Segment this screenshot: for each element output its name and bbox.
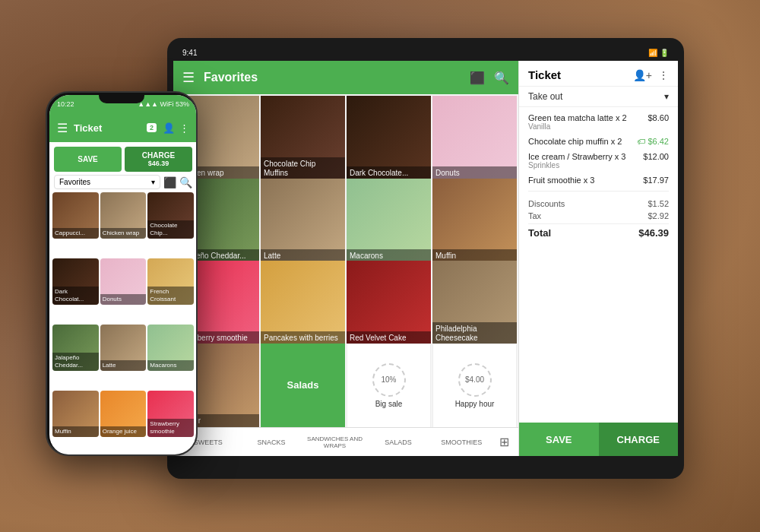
ticket-summary: Discounts $1.52 Tax $2.92 Total $46.39 bbox=[519, 195, 678, 243]
item-price: $17.97 bbox=[643, 176, 669, 185]
tablet-time: 9:41 bbox=[182, 49, 197, 57]
food-item-dark-chocolate[interactable]: Dark Chocolate... bbox=[347, 96, 431, 180]
phone-save-button[interactable]: SAVE bbox=[54, 147, 122, 172]
more-options-icon[interactable]: ⋮ bbox=[658, 69, 669, 81]
phone-app-title: Ticket bbox=[74, 122, 141, 134]
total-value: $46.39 bbox=[638, 227, 669, 239]
tablet: 9:41 📶 🔋 ☰ Favorites ⬛ 🔍 Chicken wrap Ch… bbox=[167, 38, 684, 479]
tablet-screen: ☰ Favorites ⬛ 🔍 Chicken wrap Chocolate C… bbox=[173, 61, 678, 456]
phone-food-dark-choc[interactable]: Dark Chocolat... bbox=[52, 258, 99, 305]
food-item-muffin[interactable]: Muffin bbox=[432, 179, 517, 263]
phone-food-macarons[interactable]: Macarons bbox=[147, 325, 194, 371]
tablet-food-panel: ☰ Favorites ⬛ 🔍 Chicken wrap Chocolate C… bbox=[173, 61, 518, 456]
phone-food-cappuccino[interactable]: Cappucci... bbox=[52, 192, 99, 239]
phone-food-label: Macarons bbox=[147, 360, 194, 371]
ticket-items-list: Green tea matcha latte x 2 $8.60 Vanilla… bbox=[519, 107, 678, 423]
phone-food-orange[interactable]: Orange juice bbox=[100, 391, 147, 437]
food-item-choc-muffins[interactable]: Chocolate Chip Muffins bbox=[261, 96, 345, 180]
item-price: 🏷 $6.42 bbox=[637, 137, 669, 146]
phone-screen: 10:22 ▲▲▲ WiFi 53% ☰ Ticket 2 👤 ⋮ SAVE C… bbox=[49, 95, 197, 455]
item-sub: Sprinkles bbox=[528, 161, 669, 169]
phone-food-chocolate[interactable]: Chocolate Chip... bbox=[147, 192, 194, 239]
phone-barcode-icon[interactable]: ⬛ bbox=[163, 176, 176, 188]
phone-hamburger-icon[interactable]: ☰ bbox=[57, 121, 68, 135]
ticket-header-icons: 👤+ ⋮ bbox=[633, 69, 669, 81]
tablet-statusbar: 9:41 📶 🔋 bbox=[173, 44, 678, 61]
tab-salads[interactable]: SALADS bbox=[366, 435, 429, 449]
take-out-selector[interactable]: Take out ▾ bbox=[519, 87, 678, 107]
dropdown-icon: ▾ bbox=[664, 91, 669, 102]
tax-value: $2.92 bbox=[648, 211, 669, 220]
discounts-row: Discounts $1.52 bbox=[528, 198, 669, 210]
phone-food-jalapeno[interactable]: Jalapeño Cheddar... bbox=[52, 325, 99, 371]
food-item-red-velvet[interactable]: Red Velvet Cake bbox=[347, 261, 431, 345]
take-out-label: Take out bbox=[528, 91, 562, 102]
phone-food-french[interactable]: French Croissant bbox=[147, 258, 194, 305]
phone-action-icons: 👤 ⋮ bbox=[163, 122, 189, 134]
tax-label: Tax bbox=[528, 211, 541, 220]
ticket-actions: SAVE CHARGE bbox=[519, 423, 678, 456]
food-item-salads[interactable]: Salads bbox=[261, 344, 345, 428]
food-item-latte[interactable]: Latte bbox=[261, 179, 345, 263]
ticket-title: Ticket bbox=[528, 68, 561, 81]
phone-food-muffin[interactable]: Muffin bbox=[52, 391, 99, 437]
discounts-label: Discounts bbox=[528, 199, 565, 208]
phone-favorites-dropdown[interactable]: Favorites ▾ bbox=[54, 175, 160, 189]
add-person-icon[interactable]: 👤+ bbox=[633, 69, 652, 81]
tablet-header: ☰ Favorites ⬛ 🔍 bbox=[173, 61, 518, 94]
tablet-food-grid: Chicken wrap Chocolate Chip Muffins Dark… bbox=[173, 94, 518, 427]
phone-food-donuts[interactable]: Donuts bbox=[100, 258, 147, 305]
item-name: Fruit smoothie x 3 bbox=[528, 176, 643, 185]
tablet-title: Favorites bbox=[204, 71, 461, 84]
phone-more-icon[interactable]: ⋮ bbox=[179, 122, 189, 134]
hamburger-icon[interactable]: ☰ bbox=[182, 69, 195, 86]
phone-food-label: Chocolate Chip... bbox=[147, 220, 194, 238]
food-item-donuts[interactable]: Donuts bbox=[432, 96, 517, 180]
phone-appbar: ☰ Ticket 2 👤 ⋮ bbox=[49, 113, 197, 142]
phone-food-label: Orange juice bbox=[100, 426, 147, 437]
save-button[interactable]: SAVE bbox=[519, 423, 599, 456]
dropdown-label: Favorites bbox=[59, 178, 90, 186]
phone-person-icon[interactable]: 👤 bbox=[163, 122, 175, 134]
happy-hour-badge: $4.00 bbox=[458, 363, 492, 397]
food-item-big-sale[interactable]: 10% Big sale bbox=[347, 344, 431, 428]
phone-search-icon[interactable]: 🔍 bbox=[179, 176, 192, 188]
sale-badge: 10% bbox=[372, 363, 406, 397]
tag-label: Big sale bbox=[375, 400, 403, 408]
dropdown-arrow: ▾ bbox=[151, 178, 155, 186]
tab-sandwiches[interactable]: SANDWICHES AND WRAPS bbox=[303, 432, 366, 452]
food-label: Philadelphia Cheesecake bbox=[432, 322, 517, 345]
phone-food-chickenwrap[interactable]: Chicken wrap bbox=[100, 192, 147, 239]
ticket-panel: Ticket 👤+ ⋮ Take out ▾ Green tea matcha … bbox=[518, 61, 678, 456]
phone-charge-button[interactable]: CHARGE $46.39 bbox=[125, 147, 192, 172]
charge-button[interactable]: CHARGE bbox=[599, 423, 679, 456]
divider bbox=[528, 191, 669, 192]
food-item-philly[interactable]: Philadelphia Cheesecake bbox=[432, 261, 517, 345]
phone-food-label: Muffin bbox=[52, 426, 99, 437]
tab-smoothies[interactable]: SMOOTHIES bbox=[430, 435, 493, 449]
item-price: $8.60 bbox=[648, 113, 669, 122]
food-label: Chocolate Chip Muffins bbox=[261, 157, 345, 180]
tag-label: Happy hour bbox=[455, 400, 495, 408]
food-item-macarons[interactable]: Macarons bbox=[347, 179, 431, 263]
grid-icon[interactable]: ⊞ bbox=[493, 432, 515, 452]
item-name: Chocolate chip muffin x 2 bbox=[528, 137, 637, 146]
barcode-icon[interactable]: ⬛ bbox=[470, 71, 485, 85]
ticket-header: Ticket 👤+ ⋮ bbox=[519, 61, 678, 87]
item-price: $12.00 bbox=[643, 152, 669, 161]
food-item-pancakes[interactable]: Pancakes with berries bbox=[261, 261, 345, 345]
discounts-value: $1.52 bbox=[648, 199, 669, 208]
phone-status-icons: ▲▲▲ WiFi 53% bbox=[138, 100, 189, 108]
total-row: Total $46.39 bbox=[528, 223, 669, 240]
phone-time: 10:22 bbox=[57, 100, 74, 108]
phone-food-latte[interactable]: Latte bbox=[100, 325, 147, 371]
phone-food-label: Cappucci... bbox=[52, 228, 99, 239]
phone-food-strawberry[interactable]: Strawberry smoothie bbox=[147, 391, 194, 437]
phone-search-row: Favorites ▾ ⬛ 🔍 bbox=[49, 175, 197, 192]
phone-food-grid: Cappucci... Chicken wrap Chocolate Chip.… bbox=[49, 192, 197, 455]
phone: 10:22 ▲▲▲ WiFi 53% ☰ Ticket 2 👤 ⋮ SAVE C… bbox=[46, 91, 198, 456]
tab-snacks[interactable]: SNACKS bbox=[239, 435, 302, 449]
search-icon[interactable]: 🔍 bbox=[494, 71, 509, 85]
food-item-happy-hour[interactable]: $4.00 Happy hour bbox=[432, 344, 517, 428]
item-sub: Vanilla bbox=[528, 122, 669, 131]
